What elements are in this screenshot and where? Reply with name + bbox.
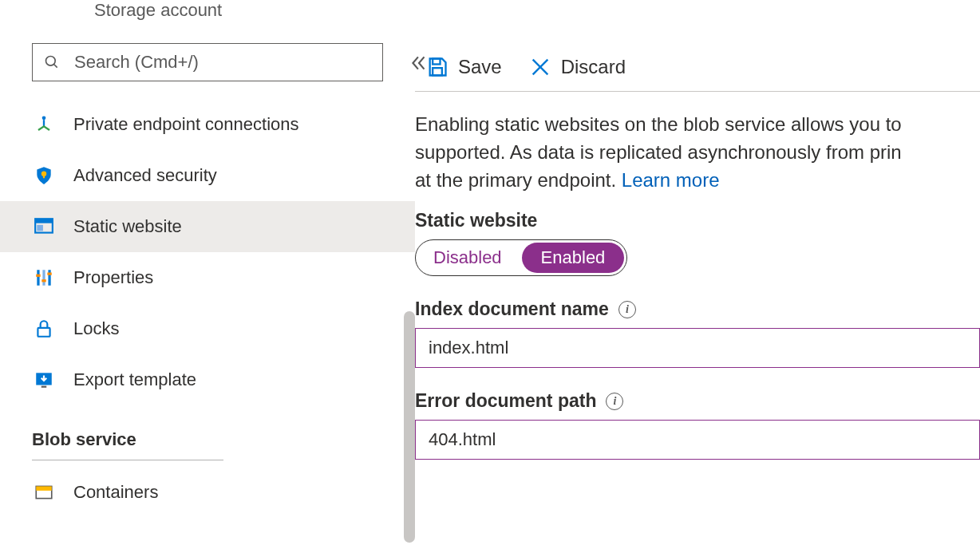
- svg-rect-10: [42, 270, 45, 286]
- scrollbar-thumb[interactable]: [404, 311, 415, 543]
- lock-icon: [32, 317, 56, 341]
- sidebar-nav-blob: Containers: [0, 467, 415, 518]
- static-website-icon: [32, 215, 56, 239]
- search-icon: [44, 54, 60, 70]
- sidebar-section-blob: Blob service: [0, 405, 415, 456]
- close-icon: [529, 56, 551, 78]
- toggle-enabled[interactable]: Enabled: [522, 243, 625, 273]
- learn-more-link[interactable]: Learn more: [622, 169, 720, 191]
- info-icon[interactable]: i: [618, 301, 636, 318]
- description-text: Enabling static websites on the blob ser…: [415, 111, 980, 194]
- svg-rect-13: [41, 279, 45, 282]
- error-document-input[interactable]: [415, 420, 980, 460]
- container-icon: [32, 480, 56, 504]
- sidebar-item-label: Static website: [73, 216, 182, 237]
- sidebar-item-locks[interactable]: Locks: [0, 303, 415, 354]
- shield-icon: [32, 164, 56, 188]
- svg-rect-14: [47, 273, 51, 275]
- sidebar-item-containers[interactable]: Containers: [0, 467, 415, 518]
- static-website-toggle[interactable]: Disabled Enabled: [415, 239, 627, 276]
- svg-rect-21: [433, 68, 442, 75]
- properties-icon: [32, 266, 56, 290]
- search-placeholder: Search (Cmd+/): [74, 52, 199, 73]
- sidebar-item-label: Properties: [73, 267, 153, 288]
- save-button[interactable]: Save: [426, 56, 502, 78]
- sidebar-item-label: Export template: [73, 369, 196, 390]
- svg-rect-11: [48, 270, 50, 286]
- index-document-label: Index document name i: [415, 298, 980, 320]
- toolbar: Save Discard: [415, 56, 980, 92]
- svg-rect-9: [37, 270, 39, 286]
- svg-line-1: [54, 65, 57, 68]
- save-label: Save: [458, 56, 502, 78]
- sidebar-item-private-endpoint[interactable]: Private endpoint connections: [0, 99, 415, 150]
- svg-point-0: [46, 57, 56, 66]
- info-icon[interactable]: i: [606, 393, 623, 410]
- save-icon: [426, 56, 449, 78]
- sidebar-item-label: Advanced security: [73, 165, 217, 186]
- sidebar-item-label: Containers: [73, 482, 158, 503]
- sidebar-item-static-website[interactable]: Static website: [0, 201, 415, 252]
- discard-label: Discard: [561, 56, 626, 78]
- svg-rect-12: [36, 275, 40, 277]
- sidebar-item-label: Locks: [73, 318, 119, 339]
- toggle-disabled[interactable]: Disabled: [416, 240, 520, 275]
- main-pane: Save Discard Enabling static websites on…: [415, 0, 980, 557]
- export-icon: [32, 368, 56, 392]
- svg-rect-15: [38, 328, 49, 337]
- index-document-input[interactable]: [415, 328, 980, 368]
- svg-rect-17: [41, 386, 47, 388]
- resource-type-label: Storage account: [0, 0, 415, 21]
- sidebar-nav: Private endpoint connections Advanced se…: [0, 99, 415, 405]
- svg-point-2: [42, 117, 46, 120]
- discard-button[interactable]: Discard: [529, 56, 626, 78]
- search-input[interactable]: Search (Cmd+/): [32, 43, 383, 81]
- sidebar-item-export-template[interactable]: Export template: [0, 354, 415, 405]
- endpoint-icon: [32, 113, 56, 136]
- svg-rect-7: [35, 219, 53, 223]
- svg-rect-5: [43, 174, 45, 178]
- svg-rect-20: [433, 59, 440, 65]
- sidebar-item-properties[interactable]: Properties: [0, 252, 415, 303]
- sidebar-item-advanced-security[interactable]: Advanced security: [0, 150, 415, 201]
- divider: [32, 460, 223, 460]
- sidebar: Storage account Search (Cmd+/) Private e…: [0, 0, 415, 557]
- error-document-label: Error document path i: [415, 390, 980, 412]
- static-website-label: Static website: [415, 210, 980, 231]
- svg-rect-19: [36, 486, 52, 490]
- sidebar-item-label: Private endpoint connections: [73, 114, 299, 135]
- svg-rect-8: [37, 225, 43, 231]
